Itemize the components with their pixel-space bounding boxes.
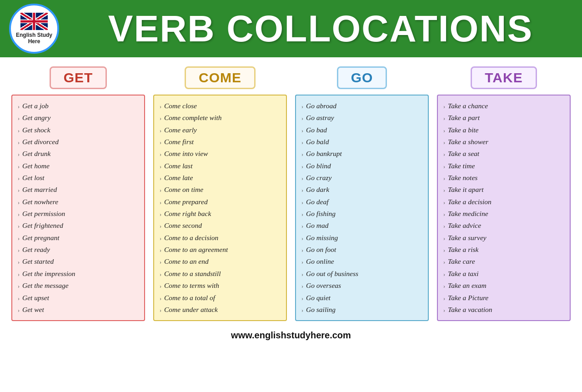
list-item: ›Get wet	[16, 304, 140, 316]
bullet-icon: ›	[301, 270, 303, 279]
list-item-text: Get home	[22, 160, 50, 172]
list-item-text: Take a part	[448, 112, 480, 124]
bullet-icon: ›	[160, 270, 161, 279]
list-item-text: Take medicine	[448, 208, 488, 220]
list-item: ›Come second	[158, 220, 282, 231]
bullet-icon: ›	[443, 210, 445, 219]
list-item-text: Go dark	[306, 184, 329, 196]
list-item: ›Get angry	[16, 112, 140, 124]
bullet-icon: ›	[18, 221, 20, 231]
column-take: TAKE›Take a chance›Take a part›Take a bi…	[437, 66, 571, 321]
bullet-icon: ›	[443, 126, 445, 135]
bullet-icon: ›	[301, 257, 303, 266]
bullet-icon: ›	[18, 210, 20, 219]
bullet-icon: ›	[160, 174, 161, 183]
list-item-text: Go missing	[306, 232, 338, 244]
list-item-text: Come close	[164, 100, 197, 112]
bullet-icon: ›	[443, 114, 445, 123]
list-item: ›Take time	[442, 160, 566, 172]
bullet-icon: ›	[18, 162, 20, 171]
bullet-icon: ›	[443, 198, 445, 207]
list-item-text: Come complete with	[164, 112, 222, 124]
list-item: ›Get ready	[16, 244, 140, 256]
list-item-text: Go overseas	[306, 280, 341, 291]
list-item-text: Get the impression	[22, 268, 75, 280]
list-item-text: Take a risk	[448, 244, 478, 256]
list-item: ›Get the impression	[16, 268, 140, 280]
list-item-text: Go abroad	[306, 100, 336, 112]
list-item-text: Come to a total of	[164, 292, 215, 304]
list-item: ›Get the message	[16, 280, 140, 291]
bullet-icon: ›	[443, 306, 445, 315]
list-item-text: Go out of business	[306, 268, 358, 280]
bullet-icon: ›	[160, 306, 161, 315]
list-item: ›Come on time	[158, 184, 282, 196]
list-item-text: Come on time	[164, 184, 203, 196]
list-item-text: Take it apart	[448, 184, 484, 196]
list-item: ›Go on foot	[300, 244, 424, 256]
list-item: ›Go quiet	[300, 292, 424, 304]
list-item-text: Go on foot	[306, 244, 336, 256]
list-item-text: Take a seat	[448, 148, 479, 160]
list-item: ›Go out of business	[300, 268, 424, 280]
list-item-text: Come right back	[164, 208, 211, 220]
list-item: ›Take care	[442, 256, 566, 267]
bullet-icon: ›	[443, 150, 445, 159]
list-item-text: Go fishing	[306, 208, 336, 220]
column-go: GO›Go abroad›Go astray›Go bad›Go bald›Go…	[295, 66, 429, 321]
list-item: ›Come to a standstill	[158, 268, 282, 280]
bullet-icon: ›	[301, 294, 303, 303]
list-item-text: Take a survey	[448, 232, 487, 244]
bullet-icon: ›	[160, 246, 161, 255]
list-item: ›Take a part	[442, 112, 566, 124]
header: English Study Here VERB COLLOCATIONS	[0, 0, 582, 57]
list-item: ›Get upset	[16, 292, 140, 304]
list-item-text: Get started	[22, 256, 54, 267]
list-item-text: Go astray	[306, 112, 334, 124]
bullet-icon: ›	[301, 281, 303, 291]
list-item-text: Take a bite	[448, 124, 478, 136]
list-item: ›Go deaf	[300, 196, 424, 208]
bullet-icon: ›	[443, 174, 445, 183]
list-item: ›Get permission	[16, 208, 140, 220]
list-item-text: Come under attack	[164, 304, 218, 316]
list-item: ›Get nowhere	[16, 196, 140, 208]
bullet-icon: ›	[18, 281, 20, 291]
bullet-icon: ›	[443, 162, 445, 171]
list-item: ›Come early	[158, 124, 282, 136]
list-item: ›Get divorced	[16, 136, 140, 148]
list-item: ›Take advice	[442, 220, 566, 231]
logo: English Study Here	[9, 4, 59, 54]
list-item: ›Take a Picture	[442, 292, 566, 304]
list-item-text: Get pregnant	[22, 232, 60, 244]
list-item-text: Take time	[448, 160, 475, 172]
list-item-text: Come to a decision	[164, 232, 218, 244]
bullet-icon: ›	[18, 198, 20, 207]
bullet-icon: ›	[18, 174, 20, 183]
bullet-icon: ›	[18, 138, 20, 147]
list-item-text: Go bad	[306, 124, 327, 136]
bullet-icon: ›	[301, 150, 303, 159]
list-item-text: Go quiet	[306, 292, 331, 304]
list-item-text: Take a Picture	[448, 292, 488, 304]
main-content: GET›Get a job›Get angry›Get shock›Get di…	[0, 57, 582, 326]
list-item: ›Get home	[16, 160, 140, 172]
list-item-text: Take advice	[448, 220, 481, 231]
list-item-text: Go blind	[306, 160, 331, 172]
bullet-icon: ›	[18, 246, 20, 255]
bullet-icon: ›	[18, 150, 20, 159]
list-item: ›Take a vacation	[442, 304, 566, 316]
bullet-icon: ›	[160, 150, 161, 159]
list-item-text: Take care	[448, 256, 475, 267]
list-item-text: Get shock	[22, 124, 50, 136]
list-item-text: Take a shower	[448, 136, 488, 148]
bullet-icon: ›	[301, 186, 303, 195]
list-item: ›Get started	[16, 256, 140, 267]
bullet-icon: ›	[443, 270, 445, 279]
list-item-text: Get permission	[22, 208, 65, 220]
list-item-text: Come to an agreement	[164, 244, 228, 256]
list-item: ›Go blind	[300, 160, 424, 172]
bullet-icon: ›	[301, 306, 303, 315]
bullet-icon: ›	[443, 221, 445, 231]
logo-text: English Study Here	[16, 32, 52, 45]
